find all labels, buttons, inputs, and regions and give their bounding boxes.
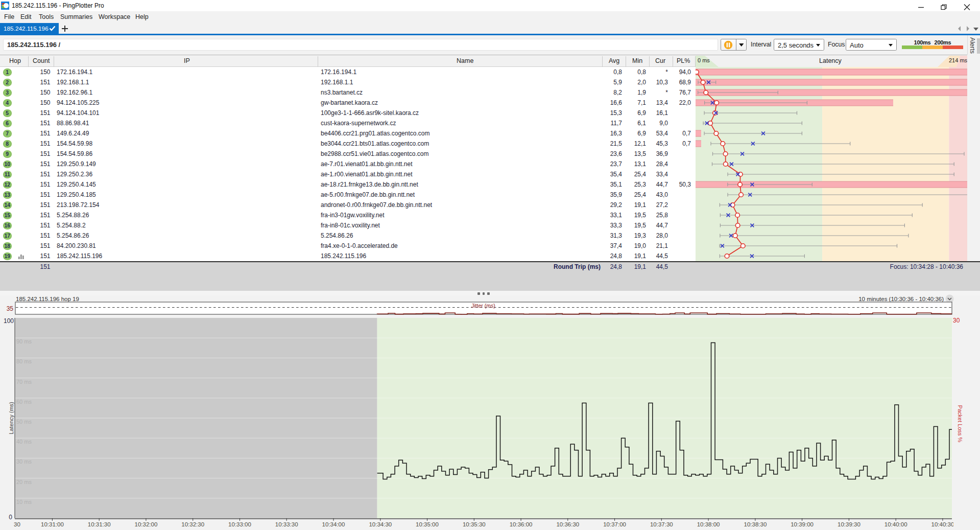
svg-text:50 ms: 50 ms — [16, 419, 32, 425]
svg-text:10:31:30: 10:31:30 — [88, 521, 111, 527]
svg-text:10:36:30: 10:36:30 — [556, 521, 579, 527]
svg-text:10:34:00: 10:34:00 — [322, 521, 345, 527]
svg-text:10:32:30: 10:32:30 — [181, 521, 204, 527]
svg-text:40 ms: 40 ms — [16, 439, 32, 445]
svg-text:10:37:00: 10:37:00 — [603, 521, 626, 527]
svg-text:10:35:30: 10:35:30 — [463, 521, 486, 527]
svg-text:10:33:30: 10:33:30 — [275, 521, 298, 527]
svg-text:10:40:00: 10:40:00 — [885, 521, 907, 527]
svg-text:80 ms: 80 ms — [16, 358, 32, 364]
svg-text:70 ms: 70 ms — [16, 379, 32, 385]
svg-text:10:39:30: 10:39:30 — [838, 521, 861, 527]
svg-text:10:37:30: 10:37:30 — [650, 521, 673, 527]
svg-text:10:33:00: 10:33:00 — [228, 521, 251, 527]
svg-text:30: 30 — [14, 521, 20, 527]
svg-text:30 ms: 30 ms — [16, 458, 32, 465]
svg-text:10:32:00: 10:32:00 — [135, 521, 158, 527]
svg-text:10:34:30: 10:34:30 — [369, 521, 392, 527]
svg-text:10:38:00: 10:38:00 — [697, 521, 720, 527]
svg-text:10:35:00: 10:35:00 — [416, 521, 439, 527]
svg-text:10:39:00: 10:39:00 — [791, 521, 814, 527]
svg-text:60 ms: 60 ms — [16, 399, 32, 405]
svg-text:10:36:00: 10:36:00 — [510, 521, 533, 527]
svg-text:90 ms: 90 ms — [16, 338, 32, 344]
svg-text:10 ms: 10 ms — [16, 499, 32, 505]
svg-text:20 ms: 20 ms — [16, 479, 32, 485]
svg-text:10:38:30: 10:38:30 — [744, 521, 767, 527]
svg-text:10:40:30: 10:40:30 — [931, 521, 953, 527]
svg-text:10:31:00: 10:31:00 — [41, 521, 64, 527]
